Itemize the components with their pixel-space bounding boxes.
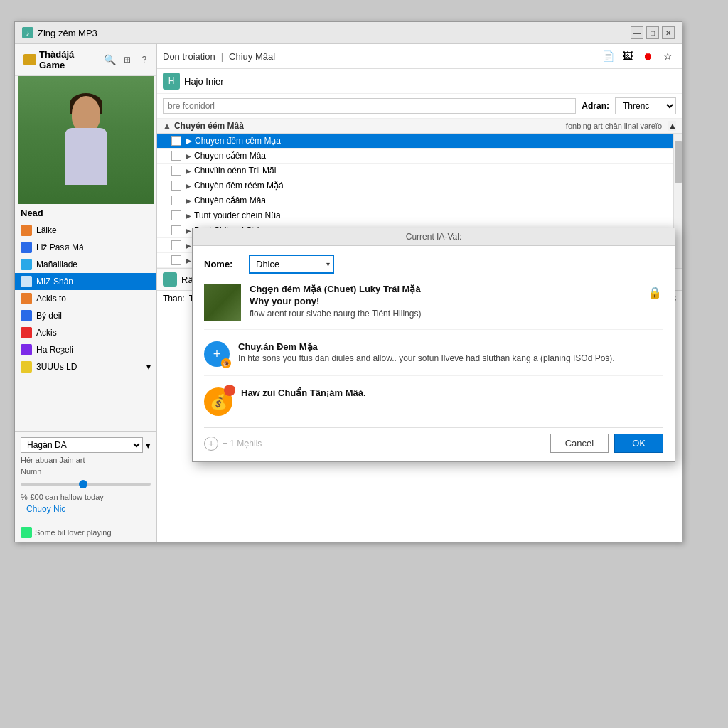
track-checkbox-9[interactable] (171, 255, 181, 265)
nav-icon-by-deil (21, 310, 32, 321)
track-item-1[interactable]: ▶ Chuyen đêm cêm Mạa (157, 134, 673, 149)
maximize-button[interactable]: □ (646, 26, 659, 39)
track-play-icon-3: ▶ (186, 167, 191, 175)
track-checkbox-6[interactable] (171, 210, 181, 220)
minimize-button[interactable]: — (631, 26, 643, 39)
nav-item-mlz[interactable]: MIZ Shân (15, 273, 156, 290)
track-checkbox-1[interactable] (171, 136, 181, 146)
right-toolbar-icons: 📄 🖼 ⏺ ☆ (599, 48, 676, 65)
nav-label-mlz: MIZ Shân (36, 277, 73, 287)
track-checkbox-7[interactable] (171, 225, 181, 235)
track-item-4[interactable]: ▶ Chuyèn đêm réém Mặá (157, 178, 673, 193)
hajo-label: Hajo Inier (184, 76, 224, 87)
left-toolbar: Thàdájá Game 🔍 ⊞ ? (15, 44, 156, 76)
nav-list: Läike Liž Pasø Má Mañalliade MIZ Shân Ac… (15, 222, 156, 431)
nav-item-3uuus[interactable]: 3UUUs LD ▾ (15, 358, 156, 375)
toolbar-label2: Chiuy Mâal (229, 51, 275, 62)
doc-icon-button[interactable]: 📄 (599, 48, 616, 65)
nav-icon-man (21, 259, 32, 270)
track-play-icon-5: ▶ (186, 197, 191, 205)
nav-item-laike[interactable]: Läike (15, 222, 156, 239)
rec-icon-button[interactable]: ⏺ (639, 48, 656, 65)
nav-item-ackis-to[interactable]: Ackis to (15, 290, 156, 307)
track-checkbox-5[interactable] (171, 196, 181, 205)
nav-label-man: Mañalliade (36, 259, 77, 269)
help-icon-button[interactable]: ? (138, 53, 151, 67)
dialog-item-2: + 🐌 Chuy.án Ðem Mặa In htø sons you ftus… (204, 341, 663, 376)
cancel-button[interactable]: Cancel (550, 434, 609, 453)
track-play-icon-7: ▶ (186, 227, 191, 235)
track-checkbox-3[interactable] (171, 166, 181, 176)
window-title: Zing zêm MP3 (38, 28, 97, 38)
progress-slider[interactable] (21, 478, 151, 490)
hajo-icon: H (163, 73, 180, 90)
track-play-icon-8: ▶ (186, 242, 191, 250)
track-item-3[interactable]: ▶ Chuviïin oénn Trii Mãi (157, 164, 673, 178)
track-checkbox-4[interactable] (171, 181, 181, 191)
title-bar-left: ♪ Zing zêm MP3 (22, 27, 97, 38)
nav-item-by-deil[interactable]: Bý deil (15, 307, 156, 324)
right-toolbar: Don troiation | Chiuy Mâal 📄 🖼 ⏺ ☆ (157, 44, 682, 69)
track-play-icon-4: ▶ (186, 182, 191, 190)
star-icon-button[interactable]: ☆ (659, 48, 676, 65)
now-playing-text: Some bil lover playing (35, 528, 112, 537)
group-expand-icon: ▲ (163, 121, 171, 131)
nav-item-liz[interactable]: Liž Pasø Má (15, 239, 156, 256)
item2-title: Chuy.án Ðem Mặa (238, 341, 663, 352)
nav-item-ackis[interactable]: Ackis (15, 324, 156, 341)
track-name-5: Chuyèn cǎâm Mâa (194, 196, 668, 205)
nav-item-man[interactable]: Mañalliade (15, 256, 156, 273)
adran-dropdown[interactable]: Threnc (615, 97, 676, 114)
nav-item-ha[interactable]: Ha Reȝeli (15, 341, 156, 358)
track-name-1: Chuyen đêm cêm Mạa (195, 136, 668, 146)
dialog-body: Nome: Dhice ▾ Chgẹn đém Mặá (Chuet) Luky… (193, 246, 675, 461)
add-mehils-label: + 1 Mẹhils (223, 439, 262, 449)
track-name-2: Chuyen cǎêm Mâa (194, 151, 668, 161)
track-item-5[interactable]: ▶ Chuyèn cǎâm Mâa (157, 193, 673, 208)
track-item-6[interactable]: ▶ Tunt youder cheın Nüa (157, 208, 673, 223)
add-circle-button[interactable]: + (204, 437, 218, 451)
now-playing-bar: Some bil lover playing (15, 523, 156, 542)
ok-button[interactable]: OK (614, 434, 663, 453)
image-icon-button[interactable]: 🖼 (619, 48, 636, 65)
item2-desc: In htø sons you ftus dan diules and allo… (238, 353, 663, 363)
grid-icon-button[interactable]: ⊞ (121, 53, 134, 67)
nav-label: Nead (15, 204, 156, 222)
dropdown-arrow-icon: ▾ (146, 440, 151, 451)
nav-label-3uuus: 3UUUs LD (36, 362, 77, 372)
close-button[interactable]: ✕ (662, 26, 675, 39)
slider-thumb (79, 480, 87, 488)
nav-label-by-deil: Bý deil (36, 311, 62, 321)
adran-select[interactable]: Threnc (615, 97, 676, 114)
dialog-buttons: Cancel OK (550, 434, 663, 453)
folder-button[interactable]: Thàdájá Game (21, 48, 100, 72)
photo-area (18, 76, 154, 204)
left-panel: Thàdájá Game 🔍 ⊞ ? Nead (15, 44, 157, 542)
track-checkbox-2[interactable] (171, 151, 181, 161)
nome-select[interactable]: Dhice (249, 255, 334, 274)
nav-icon-ackis (21, 327, 32, 338)
nav-label-laike: Läike (36, 225, 57, 235)
item1-text: Chgẹn đém Mặá (Chuet) Luky Trál Mặà Why … (250, 284, 638, 318)
toolbar-label1: Don troiation (163, 51, 215, 62)
scrollbar-up-arrow: ▲ (668, 121, 676, 131)
search-icon-button[interactable]: 🔍 (104, 53, 117, 67)
nome-dropdown-wrapper[interactable]: Dhice ▾ (249, 255, 334, 274)
chuoy-link[interactable]: Chuoy Nic (21, 501, 151, 517)
nav-icon-ha (21, 344, 32, 355)
nav-icon-ackis-to (21, 293, 32, 304)
nav-icon-3uuus (21, 361, 32, 373)
track-checkbox-8[interactable] (171, 240, 181, 250)
item3-coin-icon: 💰 (204, 387, 232, 416)
adran-label: Adran: (582, 101, 609, 111)
rau-icon (163, 272, 177, 287)
playback-select[interactable]: Hagȧn DA (21, 437, 143, 453)
search-input[interactable] (163, 98, 576, 114)
nav-dropdown-arrow: ▾ (146, 362, 151, 372)
track-play-icon-6: ▶ (186, 212, 191, 220)
track-group-title: Chuyén éém Mâà (174, 121, 556, 131)
track-item-2[interactable]: ▶ Chuyen cǎêm Mâa (157, 149, 673, 164)
dialog-nome-row: Nome: Dhice ▾ (204, 255, 663, 274)
track-name-4: Chuyèn đêm réém Mặá (194, 181, 668, 191)
item1-sub: Why your pony! (250, 296, 638, 306)
